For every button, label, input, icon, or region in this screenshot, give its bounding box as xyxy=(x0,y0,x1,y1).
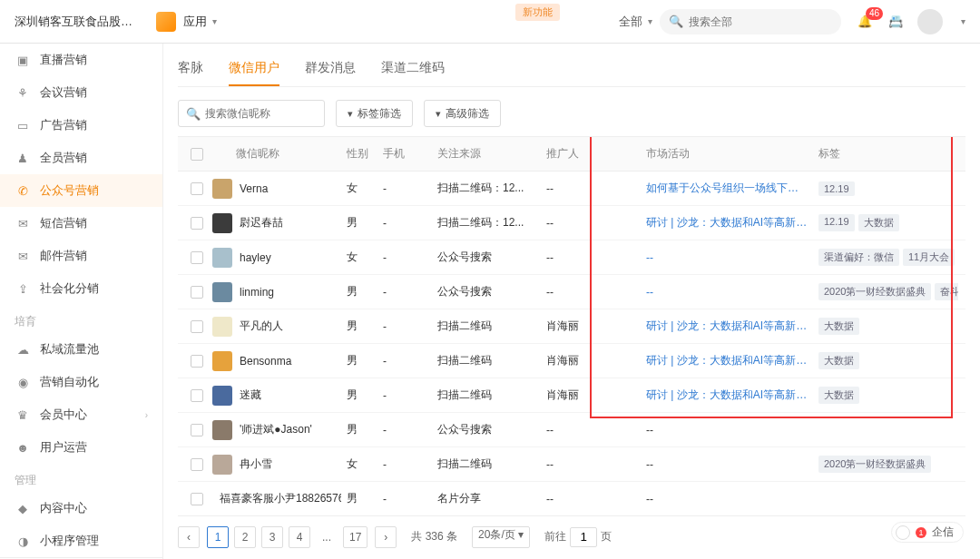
sidebar-item-icon: ☁ xyxy=(15,343,31,357)
tags: 大数据 xyxy=(813,352,958,369)
row-checkbox[interactable] xyxy=(191,251,203,264)
col-header xyxy=(178,148,207,161)
activity[interactable]: 研讨 | 沙龙：大数据和AI等高新技... xyxy=(641,353,813,368)
sidebar-item[interactable]: ☁私域流量池 xyxy=(0,333,162,366)
tag: 11月大会 xyxy=(903,249,955,266)
sidebar-item[interactable]: ◑小程序管理 xyxy=(0,525,162,557)
activity[interactable]: 研讨 | 沙龙：大数据和AI等高新技... xyxy=(641,319,813,334)
jump-input[interactable] xyxy=(570,527,597,547)
adv-filter-button[interactable]: ▾高级筛选 xyxy=(424,100,501,127)
row-checkbox[interactable] xyxy=(191,355,203,368)
row-checkbox[interactable] xyxy=(191,217,203,230)
inbox-icon[interactable]: 📇 xyxy=(887,13,905,31)
sidebar-item[interactable]: ✉短信营销 xyxy=(0,207,162,240)
table-row[interactable]: Bensonma男-扫描二维码肖海丽研讨 | 沙龙：大数据和AI等高新技...大… xyxy=(178,344,965,378)
tags: 12.19大数据 xyxy=(813,214,958,231)
scope-select[interactable]: 全部 ▾ xyxy=(619,14,652,30)
page-num[interactable]: 1 xyxy=(207,526,229,548)
tab[interactable]: 群发消息 xyxy=(305,54,356,86)
sidebar-item-label: 营销自动化 xyxy=(40,374,99,390)
table-row[interactable]: 平凡的人男-扫描二维码肖海丽研讨 | 沙龙：大数据和AI等高新技...大数据 xyxy=(178,309,965,344)
promoter: -- xyxy=(541,458,641,471)
app-title[interactable]: 应用 xyxy=(183,14,207,30)
chevron-down-icon[interactable]: ▾ xyxy=(961,16,965,26)
chevron-down-icon[interactable]: ▾ xyxy=(212,16,217,26)
table-row[interactable]: 冉小雪女-扫描二维码----2020第一财经数据盛典 xyxy=(178,447,965,482)
row-checkbox[interactable] xyxy=(191,389,203,402)
global-search-input[interactable] xyxy=(689,15,832,28)
source: 扫描二维码 xyxy=(432,456,541,472)
user-avatar[interactable] xyxy=(917,9,943,34)
activity[interactable]: 如何基于公众号组织一场线下会议 xyxy=(641,181,813,196)
page-num[interactable]: 4 xyxy=(289,526,310,548)
funnel-icon: ▾ xyxy=(348,108,353,120)
nick-search[interactable]: 🔍 xyxy=(178,100,325,127)
row-checkbox[interactable] xyxy=(191,182,203,195)
tab[interactable]: 微信用户 xyxy=(229,54,279,86)
page-num[interactable]: 17 xyxy=(343,526,368,548)
sidebar-item[interactable]: ✉邮件营销 xyxy=(0,240,162,272)
phone: - xyxy=(377,355,432,368)
sidebar-item[interactable]: ☻用户运营 xyxy=(0,431,162,464)
table-row[interactable]: linming男-公众号搜索----2020第一财经数据盛典奋斗… xyxy=(178,275,965,309)
next-page[interactable]: › xyxy=(375,526,397,548)
nick-search-input[interactable] xyxy=(205,107,323,120)
source: 名片分享 xyxy=(432,491,541,506)
phone: - xyxy=(377,458,432,471)
sidebar-item[interactable]: ◉营销自动化 xyxy=(0,366,162,398)
page-num[interactable]: 3 xyxy=(261,526,283,548)
sidebar-item-label: 社会化分销 xyxy=(40,280,99,297)
row-checkbox[interactable] xyxy=(191,493,203,505)
gender: 男 xyxy=(341,319,377,334)
bell-icon[interactable]: 🔔46 xyxy=(856,13,874,31)
tag-filter-button[interactable]: ▾标签筛选 xyxy=(336,100,413,127)
avatar xyxy=(212,386,232,406)
sidebar-item[interactable]: ▣直播营销 xyxy=(0,44,162,76)
page-num: ... xyxy=(316,526,338,548)
table-row[interactable]: '师进斌●Jason'男-公众号搜索---- xyxy=(178,413,965,447)
select-all-checkbox[interactable] xyxy=(191,148,203,161)
tab[interactable]: 渠道二维码 xyxy=(381,54,445,86)
row-checkbox[interactable] xyxy=(191,424,203,436)
qixin-widget[interactable]: 1 企信 xyxy=(891,522,964,543)
table-header: 微信昵称性别手机关注来源推广人市场活动标签 xyxy=(178,137,965,172)
sidebar-item[interactable]: ✆公众号营销 xyxy=(0,174,162,207)
sidebar-item[interactable]: ♟全员营销 xyxy=(0,142,162,174)
promoter: 肖海丽 xyxy=(541,387,641,403)
tag: 奋斗 xyxy=(935,283,958,300)
activity[interactable]: -- xyxy=(641,251,813,264)
sidebar-item[interactable]: ◆内容中心 xyxy=(0,492,162,525)
sidebar-item[interactable]: ⇪社会化分销 xyxy=(0,272,162,305)
table-row[interactable]: hayley女-公众号搜索----渠道偏好：微信11月大会… xyxy=(178,240,965,275)
source: 扫描二维码：12... xyxy=(432,181,541,196)
activity: -- xyxy=(641,493,813,505)
sidebar-item-label: 小程序管理 xyxy=(40,533,99,549)
row-checkbox[interactable] xyxy=(191,286,203,299)
global-search[interactable]: 🔍 xyxy=(660,9,841,34)
filters: 🔍 ▾标签筛选 ▾高级筛选 xyxy=(178,100,965,127)
col-header: 标签 xyxy=(813,146,958,162)
prev-page[interactable]: ‹ xyxy=(178,526,200,548)
nickname: linming xyxy=(240,286,274,299)
sidebar-item-icon: ⚘ xyxy=(15,86,31,100)
tag: 12.19 xyxy=(818,214,855,231)
tag: 大数据 xyxy=(858,214,899,231)
page-num[interactable]: 2 xyxy=(234,526,256,548)
sidebar-item[interactable]: ♛会员中心› xyxy=(0,398,162,431)
table-row[interactable]: 迷藏男-扫描二维码肖海丽研讨 | 沙龙：大数据和AI等高新技...大数据 xyxy=(178,378,965,413)
table-row[interactable]: 尉迟春喆男-扫描二维码：12...--研讨 | 沙龙：大数据和AI等高新技...… xyxy=(178,206,965,240)
gender: 男 xyxy=(341,491,377,506)
activity[interactable]: -- xyxy=(641,286,813,299)
activity[interactable]: 研讨 | 沙龙：大数据和AI等高新技... xyxy=(641,215,813,230)
sidebar-item[interactable]: ▭广告营销 xyxy=(0,109,162,142)
table-row[interactable]: Verna女-扫描二维码：12...--如何基于公众号组织一场线下会议12.19 xyxy=(178,172,965,206)
page-size-select[interactable]: 20条/页 ▾ xyxy=(472,526,530,548)
table-row[interactable]: 福喜豪客服小尹18826576...男-名片分享---- xyxy=(178,482,965,515)
activity[interactable]: 研讨 | 沙龙：大数据和AI等高新技... xyxy=(641,387,813,403)
sidebar-item-label: 会议营销 xyxy=(40,84,87,101)
col-header: 性别 xyxy=(341,146,377,162)
tab[interactable]: 客脉 xyxy=(178,54,203,86)
sidebar-item[interactable]: ⚘会议营销 xyxy=(0,76,162,109)
row-checkbox[interactable] xyxy=(191,320,203,333)
row-checkbox[interactable] xyxy=(191,458,203,471)
